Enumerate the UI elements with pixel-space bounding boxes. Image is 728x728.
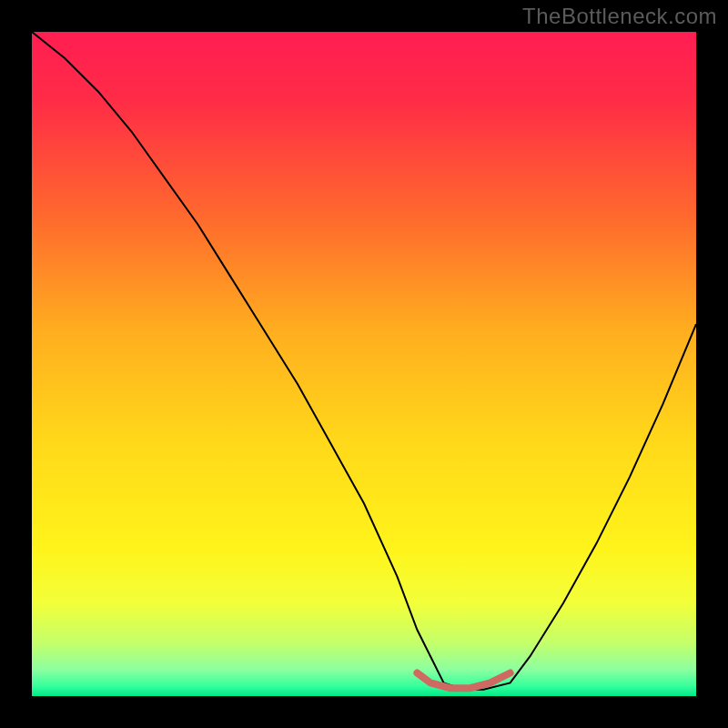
curves-svg <box>32 32 696 696</box>
watermark-text: TheBottleneck.com <box>522 4 717 29</box>
plot-area <box>32 32 696 696</box>
chart-container: TheBottleneck.com <box>0 0 728 728</box>
bottleneck-curve <box>32 32 696 690</box>
